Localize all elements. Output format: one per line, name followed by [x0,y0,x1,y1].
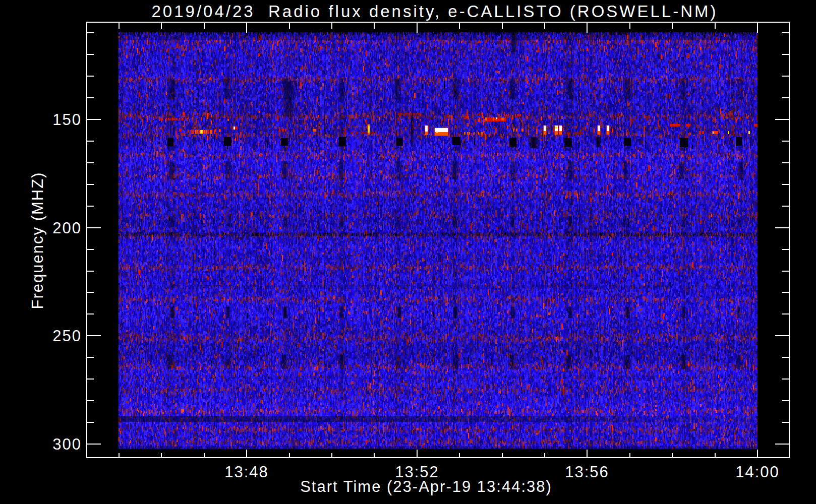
y-tick-label: 300 [19,435,82,454]
x-axis-tick-bottom [715,453,716,457]
y-axis-tick-left [87,422,94,423]
y-axis-tick-left [87,97,94,98]
y-axis-tick-left [87,206,94,207]
x-axis-tick-top [119,23,120,29]
x-axis-tick-bottom [374,453,375,457]
x-axis-tick-bottom [331,453,332,457]
y-tick-label: 150 [19,111,82,129]
x-axis-tick-bottom [544,453,545,457]
y-axis-tick-left [87,357,94,358]
y-axis-label: Frequency (MHZ) [29,172,47,309]
x-axis-tick-bottom [204,453,205,457]
y-axis-tick-left [87,76,94,77]
y-axis-tick-right [782,379,789,380]
y-axis-tick-right [782,357,789,358]
y-axis-tick-left [87,141,94,142]
y-axis-tick-right [775,227,789,228]
x-axis-tick-top [374,23,375,29]
chart-title: 2019/04/23 Radio flux density, e-CALLIST… [152,2,718,21]
y-axis-tick-right [782,76,789,77]
y-axis-tick-left [87,335,101,336]
x-axis-tick-bottom [629,453,630,457]
x-axis-tick-top [289,23,290,29]
y-axis-tick-left [87,162,94,163]
y-axis-tick-right [782,400,789,401]
x-tick-label: 13:48 [224,463,269,481]
y-axis-tick-right [775,335,789,336]
x-axis-tick-bottom [502,453,503,457]
x-axis-tick-top [544,23,545,29]
y-axis-tick-right [782,141,789,142]
y-axis-tick-left [87,313,94,314]
y-axis-tick-right [775,444,789,445]
y-axis-tick-right [782,422,789,423]
y-axis-tick-right [775,119,789,120]
x-axis-tick-top [204,23,205,29]
x-tick-label: 14:00 [735,463,780,481]
y-axis-tick-right [782,206,789,207]
x-axis-tick-bottom [246,450,247,457]
y-axis-tick-left [87,271,94,272]
y-axis-tick-left [87,400,94,401]
y-axis-tick-left [87,119,101,120]
x-axis-tick-bottom [587,450,588,457]
x-axis-tick-top [246,23,247,33]
y-axis-tick-right [782,184,789,185]
x-axis-tick-bottom [672,453,673,457]
y-axis-tick-right [782,292,789,293]
x-axis-tick-bottom [289,453,290,457]
spectrogram-canvas [119,32,757,449]
y-axis-tick-left [87,292,94,293]
x-axis-tick-top [161,23,162,29]
x-axis-tick-top [331,23,332,29]
x-tick-label: 13:52 [395,463,439,481]
y-axis-tick-right [782,54,789,55]
y-axis-tick-right [782,271,789,272]
y-axis-tick-left [87,379,94,380]
y-tick-label: 250 [19,327,82,345]
y-axis-tick-left [87,249,94,250]
x-axis-tick-top [757,23,758,33]
y-axis-tick-left [87,54,94,55]
y-axis-tick-left [87,184,94,185]
y-tick-label: 200 [19,219,82,237]
screenshot-root: { "title": "2019/04/23 Radio flux densit… [0,0,816,504]
x-axis-tick-top [672,23,673,29]
y-axis-tick-right [782,32,789,33]
y-axis-tick-left [87,32,94,33]
x-axis-tick-bottom [459,453,460,457]
x-axis-tick-bottom [119,453,120,457]
x-axis-tick-bottom [757,450,758,457]
x-axis-tick-top [715,23,716,29]
x-axis-tick-top [629,23,630,29]
x-axis-tick-top [587,23,588,33]
x-axis-tick-bottom [417,450,418,457]
x-tick-label: 13:56 [565,463,609,481]
y-axis-tick-right [782,249,789,250]
x-axis-tick-top [417,23,418,33]
y-axis-tick-left [87,444,101,445]
y-axis-tick-left [87,227,101,228]
y-axis-tick-right [782,313,789,314]
y-axis-tick-right [782,97,789,98]
x-axis-tick-top [459,23,460,29]
x-axis-tick-top [502,23,503,29]
x-axis-tick-bottom [161,453,162,457]
y-axis-tick-right [782,162,789,163]
